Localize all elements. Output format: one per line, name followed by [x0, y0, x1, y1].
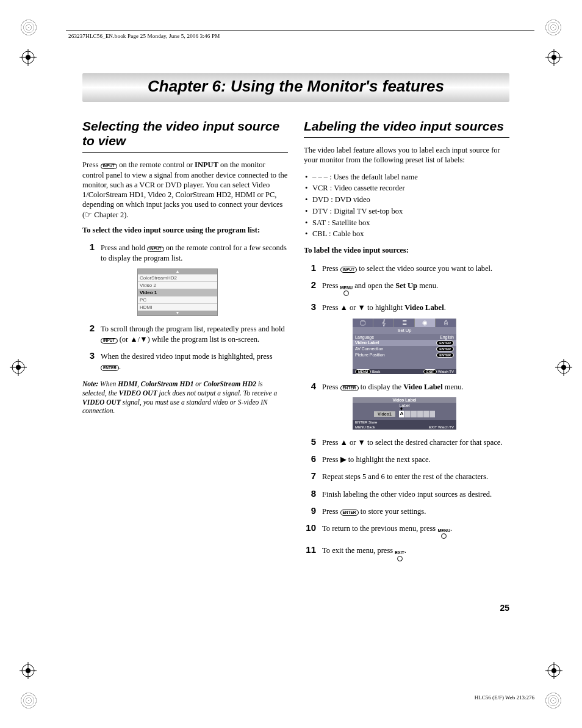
registration-mark-icon: [20, 49, 37, 66]
list-item: DTV : Digital TV set-top box: [304, 206, 509, 217]
right-subhead: To label the video input sources:: [304, 246, 509, 256]
registration-mark-icon: [555, 359, 572, 376]
prog-list-item-selected: Video 1: [138, 289, 217, 296]
prog-list-item: ColorStreamHD2: [138, 274, 217, 281]
tab-icon: 𝄞: [373, 319, 394, 327]
exit-button-icon: EXIT: [395, 551, 404, 561]
char-box: [411, 411, 417, 417]
label-menu-title: Video Label: [353, 397, 456, 403]
list-item: DVD : DVD video: [304, 194, 509, 206]
enter-pill-icon: ENTER: [436, 347, 454, 351]
section-title-right: Labeling the video input sources: [304, 119, 509, 134]
registration-mark-icon: [20, 662, 37, 679]
registration-mark-icon: [10, 359, 27, 376]
menu-row: AV ConnectionENTER: [353, 346, 456, 352]
enter-button-icon: ENTER: [101, 365, 119, 371]
svg-point-23: [551, 668, 556, 673]
list-item: CBL : Cable box: [304, 228, 509, 240]
label-menu-footer-1: ENTER Store: [353, 420, 456, 425]
crop-mark-icon: [544, 691, 562, 710]
list-item: SAT : Satellite box: [304, 217, 509, 229]
exit-pill-icon: EXIT: [429, 425, 437, 429]
right-step-6: 6Press ▶ to highlight the next space.: [304, 453, 509, 465]
menu-button-icon: MENU: [340, 286, 353, 296]
down-arrow-icon: ▼: [138, 311, 217, 315]
char-box: [423, 411, 429, 417]
input-button-icon: INPUT: [147, 247, 164, 253]
right-steps-rest: 5Press ▲ or ▼ to select the desired char…: [304, 436, 509, 561]
left-column: Selecting the video input source to view…: [82, 119, 288, 566]
svg-point-19: [26, 668, 31, 673]
crop-mark-icon: [544, 18, 562, 37]
right-step-5: 5Press ▲ or ▼ to select the desired char…: [304, 436, 509, 448]
registration-mark-icon: [545, 662, 562, 679]
section-rule: [304, 137, 509, 138]
char-box: [417, 411, 423, 417]
right-steps: 1Press INPUT to select the video source …: [304, 262, 509, 314]
svg-point-15: [561, 365, 566, 370]
svg-point-7: [551, 55, 556, 60]
program-list-osd: ▲ ColorStreamHD2 Video 2 Video 1 PC HDMI…: [137, 268, 218, 316]
up-arrow-icon: ▲: [138, 269, 217, 274]
footer-filename: HLC56 (E/F) Web 213:276: [475, 694, 534, 701]
right-step-1: 1Press INPUT to select the video source …: [304, 262, 509, 274]
list-item: VCR : Video cassette recorder: [304, 182, 509, 194]
svg-point-3: [26, 55, 31, 60]
right-step-3: 3Press ▲ or ▼ to highlight Video Label.: [304, 301, 509, 313]
char-box: [429, 411, 435, 417]
enter-button-icon: ENTER: [340, 510, 359, 516]
right-steps-4: 4Press ENTER to display the Video Label …: [304, 380, 509, 392]
tab-icon: ▢: [353, 319, 373, 327]
right-step-11: 11To exit the menu, press EXIT.: [304, 544, 509, 561]
exit-pill-icon: EXIT: [423, 369, 437, 374]
input-button-icon: INPUT: [340, 267, 357, 273]
menu-pill-icon: MENU: [355, 425, 366, 429]
right-column: Labeling the video input sources The vid…: [304, 119, 509, 566]
enter-pill-icon: ENTER: [436, 341, 454, 345]
menu-row: LanguageEnglish: [353, 334, 456, 340]
tab-icon: ⎙: [436, 319, 456, 327]
right-step-4: 4Press ENTER to display the Video Label …: [304, 380, 509, 392]
label-menu-footer-2: MENU Back EXIT Watch TV: [353, 425, 456, 430]
label-menu-source: Video1: [374, 411, 395, 417]
registration-mark-icon: [545, 49, 562, 66]
menu-row: Picture PositionENTER: [353, 352, 456, 358]
page-number: 25: [82, 603, 509, 613]
left-step-2: 2 To scroll through the program list, re…: [82, 322, 288, 345]
left-paragraph-1: Press INPUT on the remote control or INP…: [82, 160, 288, 220]
char-box: [405, 411, 411, 417]
section-title-left: Selecting the video input source to view: [82, 119, 288, 148]
input-button-icon: INPUT: [101, 338, 118, 344]
left-step-1: 1 Press and hold INPUT on the remote con…: [82, 241, 288, 264]
prog-list-item: Video 2: [138, 281, 217, 289]
setup-menu-osd: ▢ 𝄞 ≣ ◉ ⎙ Set Up LanguageEnglish Video L…: [353, 319, 456, 374]
enter-pill-icon: ENTER: [436, 353, 454, 358]
label-preset-list: – – – : Uses the default label name VCR …: [304, 171, 509, 240]
label-menu-char-boxes: ▲▼ A: [399, 411, 435, 417]
svg-point-11: [16, 365, 21, 370]
section-rule: [82, 152, 288, 153]
label-menu-subtitle: Label: [353, 403, 456, 408]
setup-menu-title: Set Up: [353, 327, 456, 334]
setup-menu-footer: MENU Back EXIT Watch TV: [353, 369, 456, 374]
left-step-3: 3 When the desired video input mode is h…: [82, 350, 288, 372]
left-steps-cont: 2 To scroll through the program list, re…: [82, 322, 288, 372]
enter-pill-icon: ENTER: [355, 420, 367, 424]
menu-pill-icon: MENU: [355, 369, 371, 374]
enter-button-icon: ENTER: [340, 385, 359, 391]
right-step-10: 10To return to the previous menu, press …: [304, 522, 509, 539]
chapter-title: Chapter 6: Using the Monitor's features: [82, 73, 509, 102]
menu-button-icon: MENU: [437, 529, 450, 539]
right-paragraph-1: The video label feature allows you to la…: [304, 145, 509, 165]
left-subhead: To select the video input source using t…: [82, 226, 288, 236]
right-step-9: 9Press ENTER to store your settings.: [304, 505, 509, 517]
right-step-8: 8Finish labeling the other video input s…: [304, 488, 509, 500]
video-label-menu-osd: Video Label Label Video1 ▲▼ A: [353, 397, 456, 430]
char-box-selected: ▲▼ A: [399, 411, 404, 417]
prog-list-item: PC: [138, 296, 217, 303]
left-note: Note: When HDMI, ColorStream HD1 or Colo…: [82, 380, 288, 416]
crop-mark-icon: [20, 691, 38, 710]
header-rule: [66, 31, 534, 31]
tab-icon-active: ◉: [415, 319, 436, 327]
right-step-7: 7Repeat steps 5 and 6 to enter the rest …: [304, 470, 509, 482]
